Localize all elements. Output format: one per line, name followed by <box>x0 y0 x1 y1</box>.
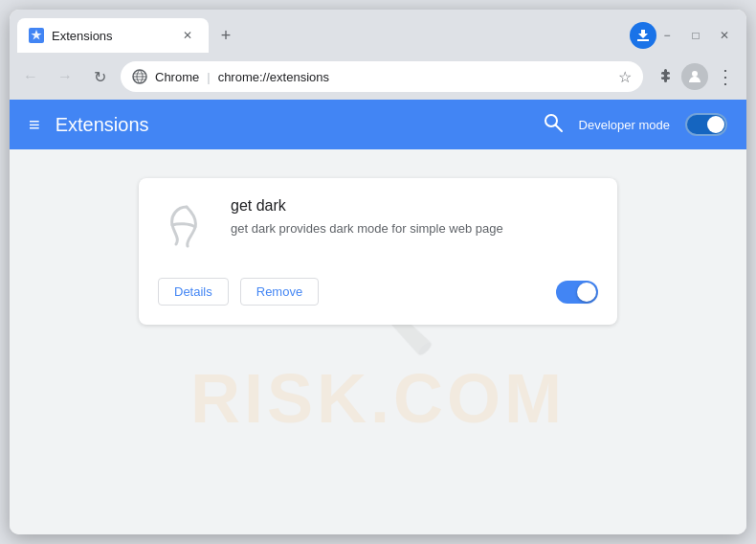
address-brand: Chrome <box>155 70 199 84</box>
nav-bar: ← → ↻ Chrome | chrome://extensions ☆ <box>10 54 746 100</box>
new-tab-button[interactable]: + <box>212 22 239 49</box>
svg-rect-1 <box>637 39 649 41</box>
extensions-toolbar-button[interactable] <box>651 63 678 90</box>
address-favicon-icon <box>132 69 147 84</box>
window-controls: − □ ✕ <box>660 29 739 42</box>
extensions-header-title: Extensions <box>56 114 527 136</box>
forward-button[interactable]: → <box>52 63 78 90</box>
extension-icon-container <box>158 197 215 255</box>
nav-toolbar: ⋮ <box>651 63 739 90</box>
extension-description: get dark provides dark mode for simple w… <box>231 220 598 238</box>
active-tab[interactable]: Extensions ✕ <box>17 18 209 53</box>
close-button[interactable]: ✕ <box>718 29 731 42</box>
remove-button[interactable]: Remove <box>240 278 319 306</box>
minimize-button[interactable]: − <box>660 29 674 42</box>
title-bar: Extensions ✕ + − □ ✕ <box>10 10 746 54</box>
extension-enable-toggle[interactable] <box>556 281 598 304</box>
tab-title: Extensions <box>52 29 170 43</box>
reload-button[interactable]: ↻ <box>86 63 113 90</box>
extension-card-body: get dark get dark provides dark mode for… <box>158 197 598 255</box>
developer-mode-toggle[interactable] <box>685 113 727 136</box>
address-bar[interactable]: Chrome | chrome://extensions ☆ <box>121 61 643 92</box>
extension-name: get dark <box>231 197 598 215</box>
back-button[interactable]: ← <box>17 63 44 90</box>
extension-card-footer: Details Remove <box>158 278 598 306</box>
developer-mode-toggle-knob <box>707 116 724 133</box>
extensions-header: ≡ Extensions Developer mode <box>10 100 746 149</box>
extensions-search-button[interactable] <box>543 112 564 138</box>
extension-info: get dark get dark provides dark mode for… <box>231 197 598 255</box>
svg-line-5 <box>555 125 562 131</box>
watermark-text: RISK.COM <box>190 359 566 438</box>
browser-window: Extensions ✕ + − □ ✕ ← → ↻ <box>10 10 746 534</box>
developer-mode-label: Developer mode <box>579 118 670 132</box>
bookmark-icon[interactable]: ☆ <box>618 68 632 86</box>
extension-card: get dark get dark provides dark mode for… <box>139 178 617 325</box>
details-button[interactable]: Details <box>158 278 229 306</box>
tab-close-button[interactable]: ✕ <box>178 26 197 45</box>
svg-point-3 <box>692 71 698 77</box>
menu-button[interactable]: ⋮ <box>712 63 739 90</box>
hamburger-menu-button[interactable]: ≡ <box>29 114 40 136</box>
profile-button[interactable] <box>681 63 708 90</box>
address-url: chrome://extensions <box>218 70 329 84</box>
extension-enable-toggle-knob <box>577 283 596 302</box>
profile-download-button[interactable] <box>630 22 656 49</box>
main-content: 🔍 RISK.COM get dark get dark provides da… <box>10 149 746 534</box>
extension-icon <box>163 202 211 250</box>
maximize-button[interactable]: □ <box>689 29 702 42</box>
tab-favicon-icon <box>29 28 44 43</box>
address-separator: | <box>207 70 210 84</box>
